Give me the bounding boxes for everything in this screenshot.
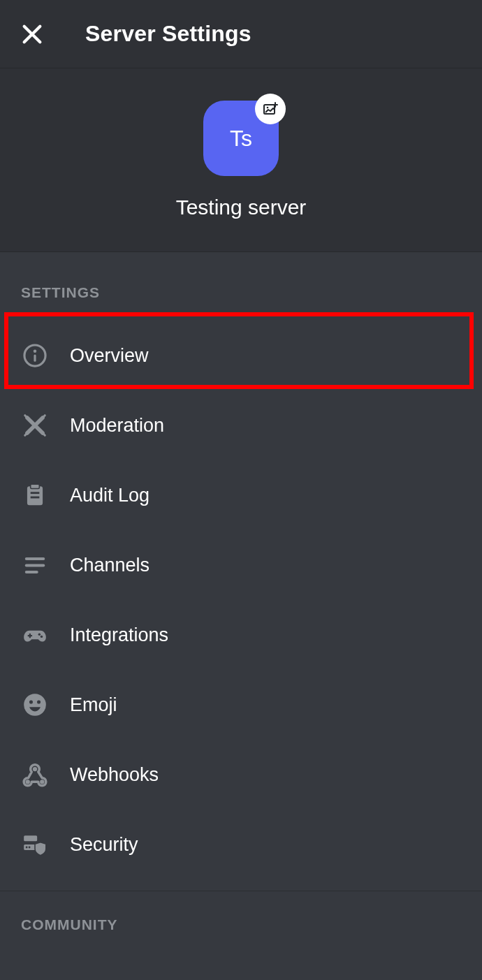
svg-rect-22 (24, 835, 37, 841)
svg-rect-7 (31, 492, 40, 494)
svg-point-17 (29, 701, 33, 704)
menu-label: Moderation (70, 415, 164, 437)
svg-point-14 (38, 633, 41, 635)
menu-item-emoji[interactable]: Emoji (0, 670, 482, 740)
moderation-icon (21, 411, 49, 439)
svg-rect-5 (27, 486, 43, 505)
svg-point-18 (37, 701, 41, 704)
menu-item-channels[interactable]: Channels (0, 530, 482, 600)
svg-point-1 (267, 107, 269, 109)
menu-label: Overview (70, 345, 149, 367)
upload-image-badge[interactable] (255, 94, 286, 124)
menu-item-audit-log[interactable]: Audit Log (0, 460, 482, 530)
svg-rect-10 (25, 564, 45, 566)
svg-point-21 (40, 780, 44, 784)
clipboard-icon (21, 481, 49, 509)
page-title: Server Settings (85, 21, 251, 47)
security-icon (21, 831, 49, 858)
server-initials: Ts (230, 126, 252, 152)
svg-point-25 (29, 847, 31, 849)
menu-label: Audit Log (70, 485, 149, 506)
svg-rect-9 (25, 557, 45, 560)
svg-point-3 (34, 349, 36, 352)
emoji-icon (21, 691, 49, 719)
server-name-label: Testing server (176, 196, 307, 219)
menu-label: Channels (70, 555, 149, 576)
close-icon (20, 22, 44, 46)
header-bar: Server Settings (0, 0, 482, 68)
server-summary: Ts Testing server (0, 68, 482, 252)
section-header-settings: SETTINGS (0, 284, 482, 301)
menu-label: Webhooks (70, 764, 159, 786)
info-icon (21, 342, 49, 370)
section-divider (0, 891, 482, 891)
close-button[interactable] (18, 20, 46, 48)
svg-rect-4 (34, 354, 36, 361)
menu-label: Security (70, 834, 138, 856)
svg-rect-6 (31, 484, 40, 488)
svg-rect-13 (29, 634, 31, 638)
svg-point-15 (41, 636, 43, 638)
menu-item-moderation[interactable]: Moderation (0, 390, 482, 460)
svg-rect-8 (31, 497, 40, 499)
menu-item-security[interactable]: Security (0, 810, 482, 879)
image-upload-icon (262, 101, 279, 117)
server-icon-button[interactable]: Ts (203, 101, 279, 176)
svg-point-20 (26, 780, 30, 784)
svg-point-24 (26, 847, 28, 849)
svg-rect-11 (25, 571, 38, 573)
section-header-community: COMMUNITY (0, 916, 482, 933)
menu-label: Emoji (70, 694, 117, 716)
svg-point-16 (24, 694, 46, 716)
webhook-icon (21, 761, 49, 789)
channels-icon (21, 551, 49, 579)
menu-item-integrations[interactable]: Integrations (0, 600, 482, 670)
controller-icon (21, 621, 49, 649)
settings-list: SETTINGS Overview Moderation Audit Log C… (0, 252, 482, 980)
menu-item-overview[interactable]: Overview (0, 321, 482, 390)
menu-item-webhooks[interactable]: Webhooks (0, 740, 482, 810)
menu-label: Integrations (70, 624, 168, 646)
svg-point-19 (33, 767, 37, 771)
